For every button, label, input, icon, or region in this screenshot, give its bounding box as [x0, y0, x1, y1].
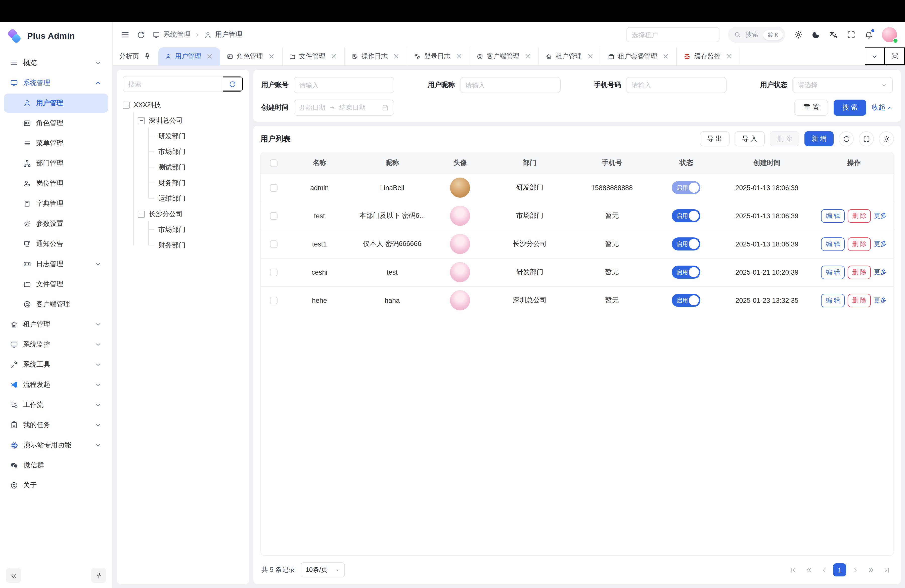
tab-login-log[interactable]: 登录日志: [407, 47, 470, 65]
row-delete-button[interactable]: 删 除: [848, 265, 871, 279]
last-page-button[interactable]: [880, 563, 893, 577]
row-checkbox[interactable]: [270, 240, 277, 248]
sidebar-item-overview[interactable]: 概览: [4, 53, 108, 72]
status-toggle[interactable]: 启用: [672, 265, 701, 279]
tree-node[interactable]: 市场部门: [153, 144, 243, 159]
prev-page-button[interactable]: [818, 563, 830, 577]
sidebar-item-file-management[interactable]: 文件管理: [4, 275, 108, 294]
sidebar-item-post-management[interactable]: 岗位管理: [4, 174, 108, 193]
delete-button[interactable]: 删 除: [770, 131, 800, 146]
close-icon[interactable]: [524, 52, 532, 60]
sidebar-item-param-settings[interactable]: 参数设置: [4, 214, 108, 234]
close-icon[interactable]: [206, 52, 214, 60]
export-button[interactable]: 导 出: [700, 131, 730, 146]
table-row[interactable]: test 本部门及以下 密码6... 市场部门 暂无 启用 2025-01-13…: [261, 202, 894, 230]
row-delete-button[interactable]: 删 除: [848, 237, 871, 251]
sidebar-item-log-management[interactable]: 日志管理: [4, 254, 108, 273]
breadcrumb-item-current[interactable]: 用户管理: [215, 30, 242, 39]
sidebar-item-system-tools[interactable]: 系统工具: [4, 355, 108, 374]
next-page-button[interactable]: [849, 563, 862, 577]
edit-button[interactable]: 编 辑: [821, 209, 845, 222]
tree-node[interactable]: 研发部门: [153, 128, 243, 144]
sidebar-item-dict-management[interactable]: 字典管理: [4, 194, 108, 213]
close-icon[interactable]: [586, 52, 594, 60]
row-delete-button[interactable]: 删 除: [848, 209, 871, 222]
row-delete-button[interactable]: 删 除: [848, 294, 871, 307]
first-page-button[interactable]: [786, 563, 799, 577]
tree-expander[interactable]: [138, 117, 145, 124]
edit-button[interactable]: 编 辑: [821, 237, 845, 251]
pin-icon[interactable]: [143, 52, 151, 60]
tree-search-input[interactable]: [123, 76, 223, 92]
table-row[interactable]: test1 仅本人 密码666666 长沙分公司 暂无 启用 2025-01-1…: [261, 230, 894, 258]
tab-tenant-package[interactable]: 租户套餐管理: [601, 47, 677, 65]
phone-input[interactable]: [626, 77, 727, 93]
language-translate-icon[interactable]: [829, 30, 838, 39]
tree-node[interactable]: 长沙分公司: [138, 206, 243, 222]
prev-5-pages-button[interactable]: [802, 563, 815, 577]
tab-user-management[interactable]: 用户管理: [158, 47, 220, 65]
status-toggle[interactable]: 启用: [672, 237, 701, 251]
sidebar-item-role-management[interactable]: 角色管理: [4, 114, 108, 133]
breadcrumb-item[interactable]: 系统管理: [164, 30, 191, 39]
tree-node[interactable]: 运维部门: [153, 191, 243, 206]
account-input[interactable]: [294, 77, 394, 93]
table-row[interactable]: ceshi test 研发部门 暂无 启用 2025-01-21 10:20:3…: [261, 258, 894, 286]
notification-bell-icon[interactable]: [864, 30, 873, 39]
reset-button[interactable]: 重 置: [795, 100, 828, 116]
tree-expander[interactable]: [138, 210, 145, 218]
brand[interactable]: Plus Admin: [0, 22, 112, 50]
tree-refresh-icon[interactable]: [223, 76, 243, 92]
nickname-input[interactable]: [460, 77, 560, 93]
sidebar-item-tenant-management[interactable]: 租户管理: [4, 315, 108, 334]
row-checkbox[interactable]: [270, 212, 277, 220]
tree-expander[interactable]: [123, 101, 130, 108]
sidebar-item-user-management[interactable]: 用户管理: [4, 94, 108, 113]
sidebar-item-menu-management[interactable]: 菜单管理: [4, 134, 108, 153]
search-button[interactable]: 搜 索: [834, 100, 866, 116]
select-all-checkbox[interactable]: [270, 159, 277, 167]
content-fullscreen-icon[interactable]: [885, 47, 905, 65]
tree-node[interactable]: 测试部门: [153, 159, 243, 175]
tab-analysis[interactable]: 分析页: [113, 47, 158, 65]
fullscreen-icon[interactable]: [847, 30, 856, 39]
hamburger-menu-icon[interactable]: [121, 30, 130, 39]
close-icon[interactable]: [455, 52, 463, 60]
close-icon[interactable]: [392, 52, 400, 60]
tab-cache-monitor[interactable]: 缓存监控: [677, 47, 740, 65]
more-button[interactable]: 更多: [874, 268, 887, 277]
current-page[interactable]: 1: [833, 563, 846, 577]
edit-button[interactable]: 编 辑: [821, 265, 845, 279]
tab-role-management[interactable]: 角色管理: [220, 47, 283, 65]
sidebar-item-about[interactable]: 关于: [4, 476, 108, 495]
sidebar-collapse-button[interactable]: [6, 568, 21, 583]
sidebar-pin-button[interactable]: [91, 568, 106, 583]
dark-mode-moon-icon[interactable]: [811, 30, 821, 39]
edit-button[interactable]: 编 辑: [821, 294, 845, 307]
table-row[interactable]: admin LinaBell 研发部门 15888888888 启用 2025-…: [261, 173, 894, 202]
user-avatar[interactable]: [882, 27, 897, 42]
close-icon[interactable]: [267, 52, 276, 60]
tree-node[interactable]: 深圳总公司: [138, 113, 243, 128]
tabs-dropdown-icon[interactable]: [865, 47, 885, 65]
sidebar-item-my-tasks[interactable]: 我的任务: [4, 415, 108, 435]
add-button[interactable]: 新 增: [805, 131, 834, 146]
sidebar-item-process-start[interactable]: 流程发起: [4, 375, 108, 394]
sidebar-item-workflow[interactable]: 工作流: [4, 395, 108, 415]
tab-file-management[interactable]: 文件管理: [283, 47, 345, 65]
more-button[interactable]: 更多: [874, 240, 887, 248]
tree-node[interactable]: 市场部门: [153, 222, 243, 237]
tree-node[interactable]: 财务部门: [153, 175, 243, 191]
sidebar-item-system-management[interactable]: 系统管理: [4, 73, 108, 92]
status-select[interactable]: 请选择: [792, 77, 893, 93]
next-5-pages-button[interactable]: [864, 563, 877, 577]
sidebar-item-dept-management[interactable]: 部门管理: [4, 154, 108, 173]
row-checkbox[interactable]: [270, 184, 277, 192]
status-toggle[interactable]: 启用: [672, 209, 701, 222]
row-checkbox[interactable]: [270, 269, 277, 276]
page-size-select[interactable]: 10条/页: [301, 563, 345, 577]
status-toggle[interactable]: 启用: [672, 181, 701, 194]
table-fullscreen-icon[interactable]: [859, 131, 874, 146]
tenant-select-input[interactable]: [626, 27, 719, 42]
tab-operation-log[interactable]: 操作日志: [345, 47, 407, 65]
